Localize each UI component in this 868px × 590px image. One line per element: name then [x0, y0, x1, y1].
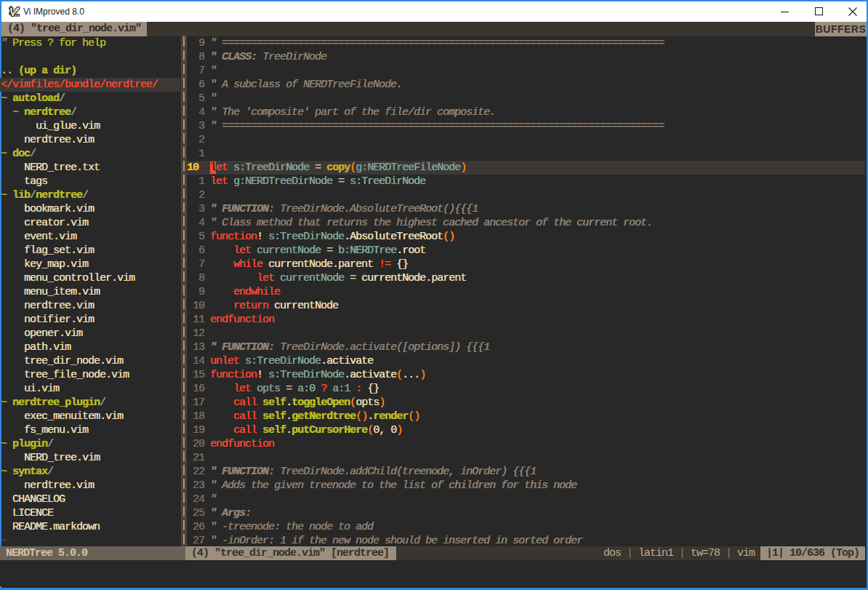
svg-text:im: im [15, 12, 20, 17]
